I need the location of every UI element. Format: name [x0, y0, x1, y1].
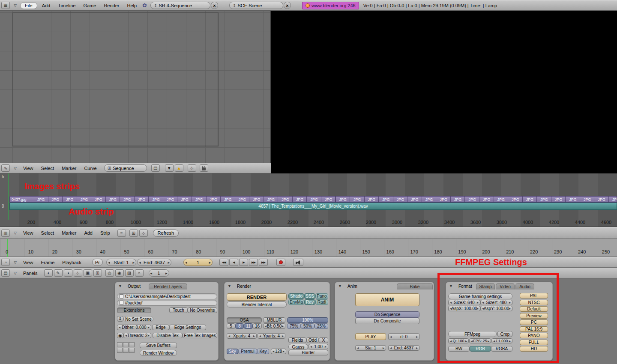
do-composite-toggle[interactable]: Do Composite: [355, 318, 419, 324]
sub-texture-button[interactable]: ▨: [125, 269, 134, 277]
filter-size-field[interactable]: 1.00: [308, 344, 328, 349]
menu-view[interactable]: View: [19, 260, 37, 265]
handles-button[interactable]: ⊞: [129, 230, 138, 237]
dither-field[interactable]: Dither: 0.000: [117, 325, 151, 330]
size-50-button[interactable]: 50%: [301, 323, 314, 329]
tab-anim[interactable]: Anim: [344, 283, 360, 289]
pr-toggle[interactable]: Pr: [92, 259, 103, 266]
render-engine-dropdown[interactable]: Blender Internal: [227, 301, 287, 307]
edge-toggle[interactable]: Edge: [152, 325, 169, 330]
backbuf-field[interactable]: //backbuf: [117, 300, 217, 306]
render-button[interactable]: RENDER: [227, 293, 287, 301]
current-frame-line[interactable]: [8, 173, 9, 220]
sequence-preview-area[interactable]: [0, 11, 271, 163]
grid-cell[interactable]: [129, 342, 135, 347]
format-preset-button[interactable]: PAL: [520, 293, 548, 298]
menu-timeline[interactable]: Timeline: [54, 3, 79, 8]
menu-marker[interactable]: Marker: [58, 230, 80, 236]
menu-select[interactable]: Select: [37, 230, 58, 236]
menu-add[interactable]: Add: [80, 230, 96, 236]
render-window-dropdown[interactable]: Render Window: [140, 350, 177, 356]
sta-field[interactable]: Sta: 1: [355, 345, 386, 351]
mode-dropdown[interactable]: ⊞Sequence: [104, 164, 147, 172]
format-preset-button[interactable]: PAL 16:9: [520, 326, 548, 332]
set-scene-dropdown[interactable]: No Set Scene: [123, 316, 153, 322]
zoom-down-button[interactable]: ▼: [165, 164, 174, 172]
context-object-button[interactable]: ⊹: [74, 269, 82, 277]
menu-render[interactable]: Render: [100, 3, 123, 8]
snap-button[interactable]: ⊹: [188, 164, 196, 172]
window-type-button[interactable]: ▥: [1, 230, 10, 237]
format-preset-button[interactable]: HD: [520, 346, 548, 352]
sky-toggle[interactable]: Sky: [227, 349, 238, 354]
premul-toggle[interactable]: Premul: [238, 349, 257, 354]
menu-playback[interactable]: Playback: [58, 260, 85, 265]
snap-button[interactable]: ⊹: [139, 230, 148, 237]
sub-material-button[interactable]: ◉: [115, 269, 124, 277]
menu-game[interactable]: Game: [79, 3, 100, 8]
format-preset-button[interactable]: PANO: [520, 333, 548, 338]
tab-bake[interactable]: Bake: [397, 283, 433, 289]
extensions-toggle[interactable]: Extensions: [117, 307, 151, 313]
xparts-field[interactable]: Xparts: 4: [227, 333, 257, 339]
scene-delete-button[interactable]: ×: [284, 2, 291, 9]
refresh-button[interactable]: Refresh: [153, 230, 179, 237]
frame-stepper[interactable]: 1: [149, 269, 169, 277]
grid-cell[interactable]: [129, 348, 135, 353]
screen-selector[interactable]: ⇕SR:4-Sequence: [150, 2, 210, 9]
save-buffers-toggle[interactable]: Save Buffers: [140, 343, 177, 348]
collapse-triangle-icon[interactable]: ▽: [14, 3, 17, 8]
sub-world-button[interactable]: ○: [135, 269, 144, 277]
panel-collapse-icon[interactable]: ▼: [338, 284, 342, 288]
display-mode-button[interactable]: ▤: [151, 164, 160, 172]
context-editing-button[interactable]: ▣: [84, 269, 92, 277]
tab-render-layers[interactable]: Render Layers: [149, 283, 187, 289]
yparts-field[interactable]: Yparts: 4: [258, 333, 285, 339]
menu-help[interactable]: Help: [123, 3, 141, 8]
context-script-button[interactable]: ✎: [54, 269, 63, 277]
window-type-button[interactable]: ▦: [1, 2, 10, 9]
edge-settings-button[interactable]: Edge Settings: [169, 325, 206, 330]
collapse-triangle-icon[interactable]: ▽: [14, 166, 17, 170]
collapse-triangle-icon[interactable]: ▽: [14, 260, 17, 265]
zoom-up-button[interactable]: ▲: [175, 164, 183, 172]
anim-button[interactable]: ANIM: [355, 293, 419, 306]
screen-delete-button[interactable]: ×: [211, 2, 218, 9]
context-shading-button[interactable]: ◑: [64, 269, 72, 277]
rt-field[interactable]: rt: 0: [388, 333, 419, 340]
menu-strip[interactable]: Strip: [96, 230, 114, 236]
tab-render[interactable]: Render: [234, 283, 254, 289]
display-mode-button[interactable]: ≡: [117, 230, 126, 237]
menu-curve[interactable]: Curve: [80, 166, 100, 171]
shadow-toggle[interactable]: Shado: [288, 293, 304, 299]
window-type-button[interactable]: ▤: [1, 269, 10, 277]
play-button[interactable]: PLAY: [355, 333, 386, 340]
fields-toggle[interactable]: Fields: [288, 337, 306, 343]
record-button[interactable]: [276, 259, 285, 266]
start-frame-field[interactable]: Start: 1: [106, 259, 136, 266]
menu-panels[interactable]: Panels: [19, 271, 42, 276]
menu-view[interactable]: View: [19, 166, 37, 171]
format-preset-button[interactable]: Default: [520, 306, 548, 312]
end-field[interactable]: End: 4637: [388, 345, 419, 351]
free-tex-images-toggle[interactable]: Free Tex Images: [183, 333, 217, 338]
border-toggle[interactable]: Border: [288, 350, 328, 355]
osa-16-button[interactable]: 16: [253, 323, 262, 329]
threads-auto-button[interactable]: ◉: [117, 333, 123, 338]
panel-collapse-icon[interactable]: ▼: [118, 284, 122, 288]
collapse-triangle-icon[interactable]: ▽: [14, 231, 17, 235]
do-sequence-toggle[interactable]: Do Sequence: [355, 311, 419, 318]
tab-output[interactable]: Output: [125, 283, 144, 289]
format-preset-button[interactable]: PC: [520, 319, 548, 325]
key-toggle[interactable]: Key: [257, 349, 269, 354]
format-preset-button[interactable]: Preview: [520, 313, 548, 319]
size-100-button[interactable]: 100%: [287, 317, 328, 323]
filter-dropdown[interactable]: Gauss: [288, 344, 308, 350]
play-button[interactable]: ▶: [239, 259, 248, 266]
osa-5-button[interactable]: 5: [227, 323, 235, 329]
menu-view[interactable]: View: [19, 230, 37, 236]
jump-end-button[interactable]: ▶▶: [259, 259, 268, 266]
format-preset-button[interactable]: NTSC: [520, 300, 548, 305]
sequencer-strips-area[interactable]: 5 0 0437.jpgJPGJPGJPGJPGJPGJPGJPGJPGJPGJ…: [0, 173, 617, 227]
menu-add[interactable]: Add: [38, 3, 54, 8]
